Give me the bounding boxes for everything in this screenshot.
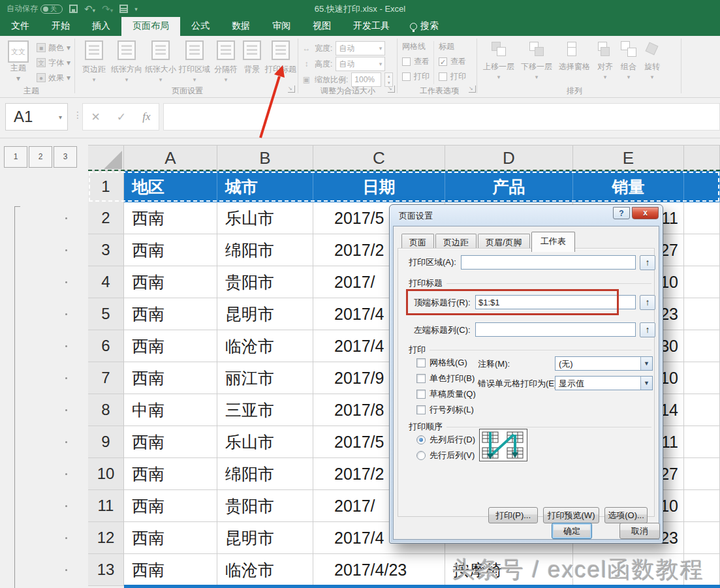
print-preview-button[interactable]: 打印预览(W) (543, 507, 599, 523)
cell-city[interactable]: 昆明市 (217, 298, 313, 330)
name-box-dropdown-icon[interactable]: ▾ (59, 114, 67, 121)
cell-empty[interactable] (684, 202, 720, 234)
cell-city[interactable]: 丽江市 (217, 362, 313, 394)
row-number[interactable]: 3 (88, 234, 124, 266)
customize-qat-icon[interactable]: ▾ (134, 6, 138, 12)
row-number[interactable]: 9 (88, 426, 124, 458)
tab-page-layout[interactable]: 页面布局 (121, 17, 180, 36)
row-number[interactable]: 7 (88, 362, 124, 394)
breaks-button[interactable]: 分隔符▾ (211, 40, 240, 83)
tab-insert[interactable]: 插入 (81, 17, 121, 36)
redo-icon[interactable]: ↷▾ (102, 4, 113, 14)
headings-view-checkbox[interactable]: ✓查看 (439, 56, 466, 67)
cell-region[interactable]: 西南 (124, 522, 217, 554)
scale-spinner[interactable]: ▴▾ (384, 72, 393, 87)
cell-city[interactable]: 乐山市 (217, 426, 313, 458)
outline-level-1-button[interactable]: 1 (4, 146, 27, 168)
cell-product-header[interactable]: 产品 (445, 171, 573, 202)
row-number[interactable]: 11 (88, 490, 124, 522)
outline-level-2-button[interactable]: 2 (29, 146, 52, 168)
tab-home[interactable]: 开始 (40, 17, 81, 36)
save-icon[interactable] (69, 5, 78, 13)
orientation-button[interactable]: 纸张方向▾ (110, 40, 144, 83)
tab-formulas[interactable]: 公式 (180, 17, 221, 36)
sheet-options-dialog-launcher-icon[interactable]: ↘ (469, 85, 476, 93)
cancel-button[interactable]: 取消 (619, 523, 660, 539)
headings-print-checkbox[interactable]: 打印 (439, 71, 466, 82)
cell-empty[interactable] (684, 490, 720, 522)
cell-city[interactable]: 临沧市 (217, 554, 313, 586)
send-backward-button[interactable]: 下移一层▾ (518, 40, 555, 80)
theme-colors-button[interactable]: ■颜色▾ (37, 41, 70, 54)
cell-city[interactable]: 临沧市 (217, 330, 313, 362)
print-button[interactable]: 打印(P)... (488, 507, 538, 523)
row-number[interactable]: 13 (88, 554, 124, 586)
column-header-c[interactable]: C (313, 145, 445, 171)
selection-pane-button[interactable]: 选择窗格 (556, 40, 593, 72)
touch-mode-icon[interactable] (119, 5, 128, 13)
gridlines-print-checkbox[interactable]: 打印 (402, 71, 430, 82)
cell-region[interactable]: 中南 (124, 394, 217, 426)
tab-file[interactable]: 文件 (0, 17, 40, 36)
cell-region[interactable]: 西南 (124, 234, 217, 266)
row-number[interactable]: 2 (88, 202, 124, 234)
print-area-button[interactable]: 打印区域▾ (178, 40, 211, 83)
scale-dialog-launcher-icon[interactable]: ↘ (388, 85, 395, 93)
cell-empty[interactable] (684, 394, 720, 426)
column-header-e[interactable]: E (573, 145, 684, 171)
cell-date-header[interactable]: 日期 (313, 171, 445, 202)
scale-combo[interactable]: 100% (351, 72, 381, 87)
width-combo[interactable]: 自动▾ (336, 41, 385, 55)
row-number[interactable]: 4 (88, 266, 124, 298)
cell-region-header[interactable]: 地区 (124, 171, 217, 202)
options-button[interactable]: 选项(O)... (604, 507, 648, 523)
cell-empty[interactable] (684, 458, 720, 490)
cell-city[interactable]: 绵阳市 (217, 234, 313, 266)
row-number[interactable]: 12 (88, 522, 124, 554)
cell-empty[interactable] (684, 362, 720, 394)
formula-input[interactable] (163, 103, 720, 131)
bring-forward-button[interactable]: 上移一层▾ (480, 40, 517, 80)
cell-region[interactable]: 西南 (124, 362, 217, 394)
theme-effects-button[interactable]: ●效果▾ (37, 71, 70, 84)
cell-region[interactable]: 西南 (124, 202, 217, 234)
cell-city-header[interactable]: 城市 (217, 171, 313, 202)
print-area-collapse-button[interactable]: ↑ (640, 255, 655, 270)
theme-fonts-button[interactable]: 文字体▾ (37, 56, 70, 69)
gridlines-view-checkbox[interactable]: 查看 (402, 56, 430, 67)
group-button[interactable]: 组合▾ (618, 40, 640, 80)
tell-me-search[interactable]: 搜索 (401, 17, 448, 36)
row-col-headings-checkbox[interactable]: 行号列标(L) (416, 404, 474, 416)
cell-region[interactable]: 西南 (124, 266, 217, 298)
tab-view[interactable]: 视图 (302, 17, 342, 36)
row-number[interactable]: 5 (88, 298, 124, 330)
cell-empty[interactable] (684, 234, 720, 266)
cell-region[interactable]: 西南 (124, 298, 217, 330)
background-button[interactable]: 背景 (240, 40, 264, 75)
cell-qty-header[interactable]: 销量 (573, 171, 684, 202)
bw-checkbox[interactable]: 单色打印(B) (416, 373, 475, 384)
cell-empty[interactable] (684, 330, 720, 362)
draft-checkbox[interactable]: 草稿质量(Q) (416, 388, 476, 400)
over-then-down-radio[interactable]: 先行后列(V) (416, 450, 475, 461)
autosave-switch-icon[interactable]: 关 (40, 5, 63, 14)
left-col-input[interactable] (475, 322, 636, 337)
left-col-collapse-button[interactable]: ↑ (640, 322, 655, 337)
cell-errors-dropdown[interactable]: 显示值▼ (555, 376, 653, 390)
cell-city[interactable]: 绵阳市 (217, 458, 313, 490)
dialog-close-button[interactable]: x (632, 207, 659, 219)
cell-region[interactable]: 西南 (124, 490, 217, 522)
themes-button[interactable]: 文文 主题 ▾ (4, 40, 33, 83)
rotate-button[interactable]: 旋转▾ (641, 40, 663, 80)
cell-region[interactable]: 西南 (124, 426, 217, 458)
insert-function-icon[interactable]: fx (142, 110, 150, 123)
print-area-input[interactable] (461, 255, 636, 270)
cell-city[interactable]: 三亚市 (217, 394, 313, 426)
undo-icon[interactable]: ↶▾ (84, 4, 95, 14)
select-all-button[interactable] (88, 145, 124, 171)
column-header-b[interactable]: B (217, 145, 313, 171)
confirm-entry-icon[interactable]: ✓ (117, 110, 126, 124)
print-titles-button[interactable]: 打印标题 (264, 40, 298, 75)
row-number[interactable]: 6 (88, 330, 124, 362)
cell-city[interactable]: 贵阳市 (217, 266, 313, 298)
